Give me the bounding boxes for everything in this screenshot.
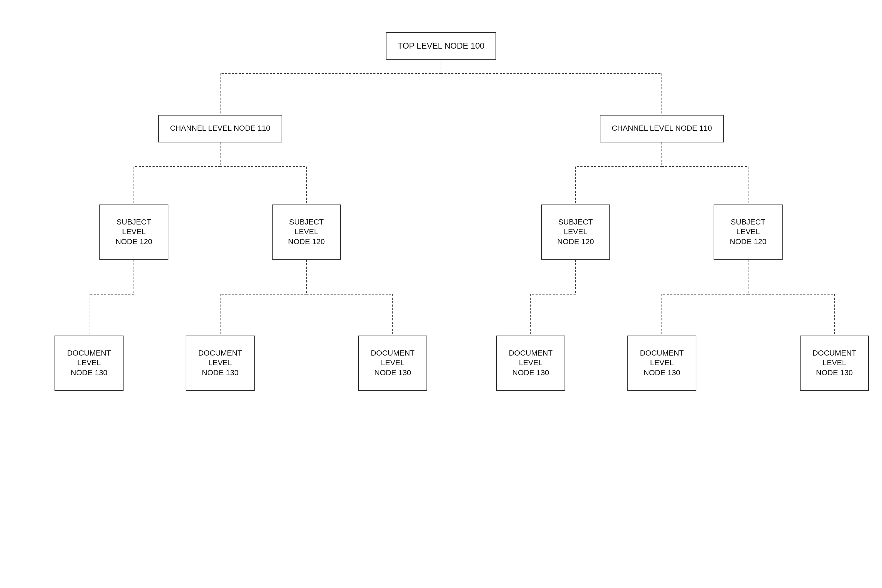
node-channel-right: CHANNEL LEVEL NODE 110 <box>600 115 724 142</box>
node-doc-6: DOCUMENT LEVEL NODE 130 <box>800 336 869 391</box>
node-subject-3: SUBJECT LEVEL NODE 120 <box>541 204 610 260</box>
node-subject-4: SUBJECT LEVEL NODE 120 <box>714 204 783 260</box>
connectors-svg <box>27 18 855 570</box>
node-doc-5: DOCUMENT LEVEL NODE 130 <box>627 336 696 391</box>
node-subject-1: SUBJECT LEVEL NODE 120 <box>99 204 168 260</box>
node-doc-3: DOCUMENT LEVEL NODE 130 <box>358 336 427 391</box>
node-doc-1: DOCUMENT LEVEL NODE 130 <box>54 336 123 391</box>
diagram-container: TOP LEVEL NODE 100 CHANNEL LEVEL NODE 11… <box>27 18 855 570</box>
node-channel-left: CHANNEL LEVEL NODE 110 <box>158 115 282 142</box>
node-doc-4: DOCUMENT LEVEL NODE 130 <box>496 336 565 391</box>
node-top: TOP LEVEL NODE 100 <box>386 32 496 60</box>
node-doc-2: DOCUMENT LEVEL NODE 130 <box>186 336 255 391</box>
node-subject-2: SUBJECT LEVEL NODE 120 <box>272 204 341 260</box>
